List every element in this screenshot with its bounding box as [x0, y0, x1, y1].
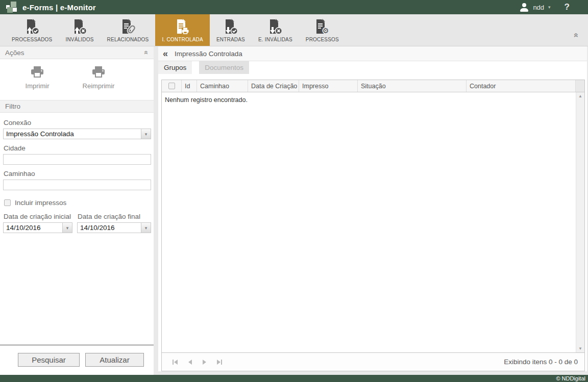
imprimir-button[interactable]: Imprimir	[10, 66, 64, 100]
pesquisar-button[interactable]: Pesquisar	[18, 353, 80, 367]
app-header: e-Forms | e-Monitor ndd ▾ ?	[0, 0, 588, 14]
dropdown-arrow-icon[interactable]: ▾	[62, 223, 72, 233]
toolbar-button-processos[interactable]: ⚙ PROCESSOS	[299, 14, 346, 46]
column-header-impresso[interactable]: Impresso	[299, 80, 358, 92]
tab-grupos[interactable]: Grupos	[158, 61, 192, 74]
empty-message: Nenhum registro encontrado.	[165, 96, 248, 104]
printer-icon	[30, 66, 45, 79]
app-footer: © NDDigital	[0, 375, 588, 382]
column-header-caminhao[interactable]: Caminhao	[197, 80, 248, 92]
data-final-label: Data de criação final	[78, 213, 151, 220]
atualizar-button[interactable]: Atualizar	[85, 353, 144, 367]
toolbar-button-label: RELACIONADOS	[107, 37, 149, 42]
main-toolbar: PROCESSADOS INVÁLIDOS RELACION	[0, 14, 588, 46]
grid-header-row: Id Caminhao Data de Criação Impresso Sit…	[162, 80, 584, 92]
filter-section-title: Filtro	[5, 103, 20, 110]
caret-down-icon: ▾	[548, 5, 551, 10]
panel-title: Impressão Controlada	[175, 50, 242, 58]
pagination-controls	[162, 360, 222, 365]
tab-documentos[interactable]: Documentos	[199, 61, 249, 74]
dropdown-arrow-icon[interactable]: ▾	[141, 129, 151, 139]
date-range-row: Data de criação inicial 14/10/2016 ▾ Dat…	[3, 208, 151, 233]
results-grid: Id Caminhao Data de Criação Impresso Sit…	[161, 80, 585, 371]
user-menu[interactable]: ndd ▾	[520, 3, 550, 12]
grid-body: Nenhum registro encontrado. ▲ ▼	[162, 92, 584, 352]
toolbar-button-relacionados[interactable]: RELACIONADOS	[101, 14, 156, 46]
actions-section-title: Ações	[5, 49, 24, 57]
document-gear-icon: ⚙	[314, 18, 330, 35]
nddigital-logo-icon	[5, 1, 18, 13]
panel-title-bar: « Impressão Controlada	[158, 46, 587, 61]
filter-sidebar: Ações « Imprimir Reimp	[0, 46, 154, 375]
incluir-impressos-row[interactable]: Incluir impressos	[4, 199, 151, 207]
data-final-picker[interactable]: 14/10/2016 ▾	[77, 222, 151, 233]
next-page-button[interactable]	[203, 360, 206, 365]
reimprimir-button[interactable]: Reimprimir	[71, 66, 126, 100]
conexao-selected-value: Impressão Controlada	[4, 130, 141, 138]
data-inicial-label: Data de criação inicial	[4, 213, 72, 220]
toolbar-collapse-chevron-icon[interactable]: «	[572, 33, 581, 38]
pagination-bar: Exibindo itens 0 - 0 de 0	[162, 352, 584, 371]
tab-bar: Grupos Documentos	[158, 61, 587, 74]
app-title: e-Forms | e-Monitor	[22, 3, 96, 12]
caminhao-input[interactable]	[3, 180, 151, 190]
document-download-check-icon	[223, 18, 238, 35]
document-paperclip-icon	[120, 18, 136, 35]
previous-page-button[interactable]	[188, 360, 192, 365]
toolbar-button-label: PROCESSADOS	[12, 37, 52, 42]
incluir-impressos-label: Incluir impressos	[15, 199, 66, 207]
actions-section-header: Ações «	[0, 46, 154, 59]
column-header-id[interactable]: Id	[182, 80, 197, 92]
printer-icon	[91, 66, 106, 79]
toolbar-button-e-invalidas[interactable]: E. INVÁLIDAS	[252, 14, 299, 46]
column-header-data-criacao[interactable]: Data de Criação	[248, 80, 299, 92]
reimprimir-label: Reimprimir	[83, 82, 115, 90]
filter-form: Conexão Impressão Controlada ▾ Cidade Ca…	[0, 113, 154, 233]
incluir-impressos-checkbox[interactable]	[4, 199, 11, 206]
column-header-contador[interactable]: Contador	[467, 80, 576, 92]
cidade-input[interactable]	[3, 154, 151, 165]
vertical-scrollbar[interactable]: ▲ ▼	[576, 92, 584, 352]
header-right-group: ndd ▾ ?	[520, 2, 583, 12]
column-header-situacao[interactable]: Situação	[358, 80, 467, 92]
toolbar-button-invalidos[interactable]: INVÁLIDOS	[59, 14, 100, 46]
copyright-text: © NDDigital	[556, 375, 585, 381]
toolbar-button-label: ENTRADAS	[216, 37, 245, 42]
toolbar-button-i-controlada[interactable]: I. CONTROLADA	[155, 14, 209, 46]
select-all-checkbox[interactable]	[168, 83, 175, 89]
main-panel: « Impressão Controlada Grupos Documentos…	[158, 46, 587, 371]
collapse-sidebar-chevron-icon[interactable]: «	[163, 49, 168, 58]
cidade-label: Cidade	[4, 144, 151, 152]
sidebar-footer: Pesquisar Atualizar	[0, 345, 154, 375]
conexao-label: Conexão	[4, 119, 151, 126]
svg-text:⚙: ⚙	[323, 27, 329, 35]
toolbar-button-label: INVÁLIDOS	[65, 37, 93, 42]
data-inicial-value: 14/10/2016	[4, 224, 62, 232]
document-upload-check-icon	[24, 18, 40, 35]
document-upload-cross-icon	[72, 18, 87, 35]
document-download-cross-icon	[267, 18, 283, 35]
first-page-button[interactable]	[173, 360, 178, 365]
actions-row: Imprimir Reimprimir	[0, 59, 154, 100]
data-final-value: 14/10/2016	[78, 224, 141, 232]
conexao-select[interactable]: Impressão Controlada ▾	[3, 129, 151, 139]
imprimir-label: Imprimir	[26, 82, 50, 90]
toolbar-button-processados[interactable]: PROCESSADOS	[5, 14, 59, 46]
toolbar-button-label: PROCESSOS	[306, 37, 339, 42]
actions-collapse-chevron-icon[interactable]: «	[142, 50, 151, 55]
dropdown-arrow-icon[interactable]: ▾	[141, 223, 151, 233]
scroll-up-icon[interactable]: ▲	[578, 94, 582, 98]
toolbar-button-entradas[interactable]: ENTRADAS	[210, 14, 252, 46]
scroll-down-icon[interactable]: ▼	[578, 346, 582, 351]
caminhao-label: Caminhao	[4, 170, 151, 177]
data-inicial-picker[interactable]: 14/10/2016 ▾	[3, 222, 72, 233]
user-icon	[520, 3, 529, 12]
document-printer-icon	[175, 18, 190, 35]
pagination-status: Exibindo itens 0 - 0 de 0	[504, 358, 584, 366]
toolbar-button-label: E. INVÁLIDAS	[258, 37, 292, 42]
user-name: ndd	[533, 4, 544, 11]
filter-section-header: Filtro	[0, 100, 154, 113]
scrollbar-header-spacer	[576, 80, 584, 92]
help-button[interactable]: ?	[565, 2, 570, 12]
last-page-button[interactable]	[217, 360, 222, 365]
